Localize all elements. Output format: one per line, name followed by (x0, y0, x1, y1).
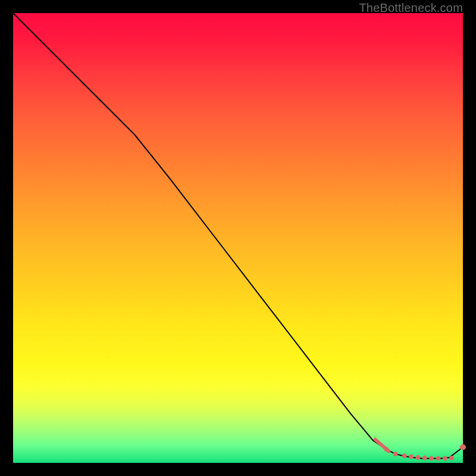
marker-dot (384, 447, 389, 452)
marker-dot (402, 453, 406, 458)
watermark-text: TheBottleneck.com (359, 1, 463, 15)
marker-dot (409, 455, 414, 459)
marker-dot (422, 456, 427, 460)
marker-dot (461, 444, 466, 450)
plot-area (13, 13, 463, 463)
chart-svg (13, 13, 463, 463)
chart-frame: TheBottleneck.com (0, 0, 476, 476)
marker-dot (430, 456, 434, 461)
series-line (13, 13, 463, 458)
marker-dot (450, 456, 454, 460)
marker-dot (443, 456, 447, 461)
markers-group (384, 444, 466, 461)
marker-dot (393, 452, 397, 456)
marker-dot (436, 456, 440, 461)
marker-dot (416, 455, 420, 459)
